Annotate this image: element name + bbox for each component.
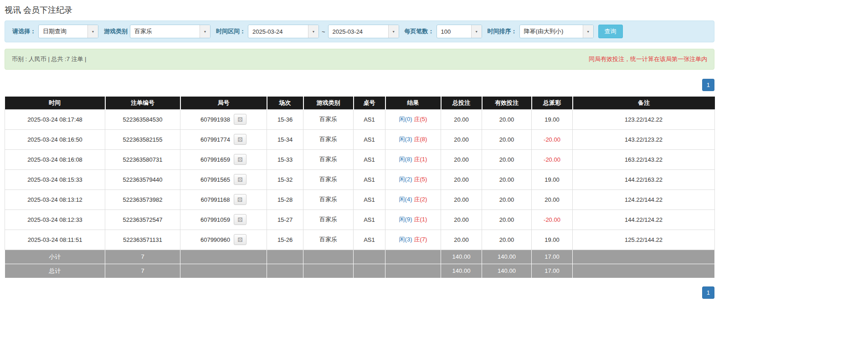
round-detail-button[interactable]: ⚄ (234, 214, 247, 225)
cell-table-no: AS1 (354, 149, 385, 169)
subtotal-total-bet: 140.00 (441, 250, 482, 264)
header-session: 场次 (267, 97, 303, 109)
pagination-top: 1 (5, 79, 714, 91)
cell-round-id: 607991168 ⚄ (180, 189, 267, 210)
round-id-text: 607991659 (200, 156, 230, 163)
game-type-select[interactable]: 百家乐 ▼ (130, 25, 211, 38)
cell-total-bet[interactable]: 20.00 (441, 169, 482, 189)
round-detail-button[interactable]: ⚄ (234, 234, 247, 245)
chevron-down-icon[interactable]: ▼ (200, 25, 210, 38)
header-total-bet: 总投注 (441, 97, 482, 109)
cell-table-no: AS1 (354, 230, 385, 250)
cell-remark: 124.22/144.22 (573, 189, 715, 210)
cell-game-type: 百家乐 (303, 169, 354, 189)
game-result-icon: ⚄ (237, 137, 242, 143)
summary-empty-cell (385, 264, 441, 278)
cell-payout: -20.00 (532, 149, 573, 169)
round-id-text: 607991168 (200, 196, 230, 203)
cell-total-bet[interactable]: 20.00 (441, 129, 482, 149)
cell-remark: 143.22/123.22 (573, 129, 715, 149)
header-valid-bet: 有效投注 (482, 97, 532, 109)
filter-bar: 请选择： 日期查询 ▼ 游戏类别 百家乐 ▼ 时间区间： 2025-03-24 … (5, 20, 714, 42)
cell-time: 2025-03-24 08:11:51 (5, 230, 105, 250)
chevron-down-icon[interactable]: ▼ (87, 25, 98, 38)
query-type-label: 请选择： (12, 27, 36, 36)
header-result: 结果 (385, 97, 441, 109)
game-result-icon: ⚄ (237, 177, 242, 183)
cell-total-bet[interactable]: 20.00 (441, 189, 482, 210)
grand-total-payout: 17.00 (532, 264, 573, 278)
round-detail-button[interactable]: ⚄ (234, 114, 247, 125)
grand-total-label: 总计 (5, 264, 105, 278)
cell-payout: -20.00 (532, 129, 573, 149)
cell-round-id: 607991659 ⚄ (180, 149, 267, 169)
cell-remark: 144.22/163.22 (573, 169, 715, 189)
table-row: 2025-03-24 08:13:12 522363573982 6079911… (5, 189, 715, 210)
cell-total-bet[interactable]: 20.00 (441, 149, 482, 169)
page-1-button[interactable]: 1 (702, 79, 714, 91)
cell-game-type: 百家乐 (303, 129, 354, 149)
cell-total-bet[interactable]: 20.00 (441, 230, 482, 250)
sort-label: 时间排序： (488, 27, 517, 36)
table-row: 2025-03-24 08:16:08 522363580731 6079916… (5, 149, 715, 169)
page-container: 视讯 会员下注纪录 请选择： 日期查询 ▼ 游戏类别 百家乐 ▼ 时间区间： 2… (5, 0, 714, 299)
summary-empty-cell (267, 250, 303, 264)
table-row: 2025-03-24 08:11:51 522363571131 6079909… (5, 230, 715, 250)
query-button[interactable]: 查询 (598, 25, 623, 38)
cell-payout: 19.00 (532, 109, 573, 129)
table-header-row: 时间 注单编号 局号 场次 游戏类别 桌号 结果 总投注 有效投注 总派彩 备注 (5, 97, 715, 109)
cell-total-bet[interactable]: 20.00 (441, 109, 482, 129)
cell-session: 15-27 (267, 210, 303, 230)
cell-bet-id: 522363580731 (105, 149, 180, 169)
cell-result: 闲(8)庄(1) (385, 149, 441, 169)
cell-game-type: 百家乐 (303, 210, 354, 230)
cell-valid-bet: 20.00 (482, 149, 532, 169)
cell-valid-bet: 20.00 (482, 189, 532, 210)
chevron-down-icon[interactable]: ▼ (308, 25, 318, 38)
cell-valid-bet: 20.00 (482, 109, 532, 129)
summary-empty-cell (303, 264, 354, 278)
cell-payout: 19.00 (532, 230, 573, 250)
date-to-input[interactable]: 2025-03-24 ▼ (328, 25, 399, 38)
cell-bet-id: 522363573982 (105, 189, 180, 210)
cell-result: 闲(3)庄(8) (385, 129, 441, 149)
cell-total-bet[interactable]: 20.00 (441, 210, 482, 230)
chevron-down-icon[interactable]: ▼ (388, 25, 399, 38)
chevron-down-icon[interactable]: ▼ (583, 25, 593, 38)
sort-select[interactable]: 降幂(由大到小) ▼ (519, 25, 594, 38)
date-from-input[interactable]: 2025-03-24 ▼ (248, 25, 319, 38)
cell-round-id: 607990960 ⚄ (180, 230, 267, 250)
summary-empty-cell (354, 264, 385, 278)
cell-valid-bet: 20.00 (482, 210, 532, 230)
result-player: 闲(8) (399, 156, 412, 163)
summary-empty-cell (267, 264, 303, 278)
cell-time: 2025-03-24 08:17:48 (5, 109, 105, 129)
round-detail-button[interactable]: ⚄ (234, 134, 247, 145)
header-payout: 总派彩 (532, 97, 573, 109)
chevron-down-icon[interactable]: ▼ (471, 25, 482, 38)
game-type-value: 百家乐 (130, 25, 200, 38)
cell-session: 15-32 (267, 169, 303, 189)
valid-bet-notice: 同局有效投注，统一计算在该局第一张注单内 (589, 55, 707, 63)
cell-remark: 123.22/142.22 (573, 109, 715, 129)
query-type-select[interactable]: 日期查询 ▼ (38, 25, 98, 38)
date-from-value: 2025-03-24 (248, 25, 308, 38)
cell-round-id: 607991059 ⚄ (180, 210, 267, 230)
result-banker: 庄(1) (414, 216, 427, 223)
cell-time: 2025-03-24 08:16:50 (5, 129, 105, 149)
page-1-button[interactable]: 1 (702, 286, 714, 299)
round-detail-button[interactable]: ⚄ (234, 194, 247, 205)
subtotal-payout: 17.00 (532, 250, 573, 264)
game-result-icon: ⚄ (237, 117, 242, 123)
cell-bet-id: 522363582155 (105, 129, 180, 149)
round-detail-button[interactable]: ⚄ (234, 154, 247, 165)
round-detail-button[interactable]: ⚄ (234, 174, 247, 185)
cell-round-id: 607991565 ⚄ (180, 169, 267, 189)
page-size-select[interactable]: 100 ▼ (437, 25, 482, 38)
cell-time: 2025-03-24 08:13:12 (5, 189, 105, 210)
round-id-text: 607990960 (200, 236, 230, 243)
round-id-text: 607991938 (200, 116, 230, 123)
grand-total-total-bet: 140.00 (441, 264, 482, 278)
table-row: 2025-03-24 08:15:33 522363579440 6079915… (5, 169, 715, 189)
cell-bet-id: 522363571131 (105, 230, 180, 250)
